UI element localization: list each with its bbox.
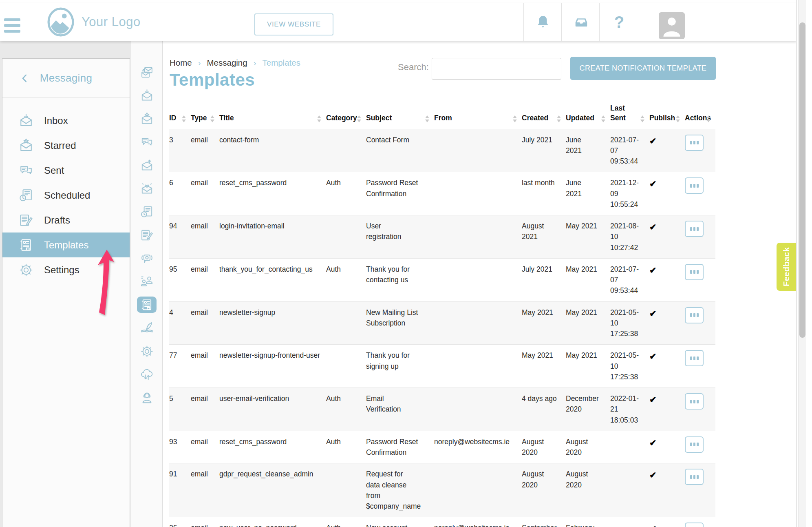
strip-gear-icon[interactable] xyxy=(137,343,157,359)
view-website-button[interactable]: VIEW WEBSITE xyxy=(254,13,333,35)
column-header-created[interactable]: Created xyxy=(522,100,566,129)
strip-chat-bubbles-icon[interactable] xyxy=(137,134,157,150)
cell-publish: ✔ xyxy=(649,258,685,301)
cell-last_sent: 2022-01-21 18:05:03 xyxy=(610,388,649,431)
column-header-publish[interactable]: Publish xyxy=(649,100,685,129)
row-actions-button[interactable] xyxy=(685,221,704,237)
column-header-last-sent[interactable]: Last Sent xyxy=(610,100,649,129)
column-label: Updated xyxy=(566,114,594,122)
cell-created: 4 days ago xyxy=(522,388,566,431)
cell-category: Auth xyxy=(326,258,366,301)
inbox-tray-button[interactable] xyxy=(570,3,593,41)
ellipsis-icon xyxy=(693,313,695,317)
column-header-subject[interactable]: Subject xyxy=(366,100,434,129)
cell-updated: December 2020 xyxy=(566,388,610,431)
chat-bubbles-icon xyxy=(140,135,154,149)
cell-title: gdpr_request_cleanse_admin xyxy=(219,463,326,517)
page-background-strip xyxy=(0,0,812,3)
back-button[interactable] xyxy=(20,59,30,97)
help-button[interactable]: ? xyxy=(608,3,631,41)
scrollbar-thumb[interactable] xyxy=(799,22,805,338)
strip-cloud-sync-icon[interactable] xyxy=(137,366,157,383)
row-actions-button[interactable] xyxy=(685,393,704,410)
column-header-title[interactable]: Title xyxy=(219,100,326,129)
strip-newspaper-icon[interactable] xyxy=(137,297,157,313)
column-header-type[interactable]: Type xyxy=(191,100,219,129)
strip-support-person-icon[interactable] xyxy=(137,390,157,406)
cell-publish: ✔ xyxy=(649,345,685,388)
sidebar-item-label: Scheduled xyxy=(44,190,90,201)
cell-subject: Thank you for contacting us xyxy=(366,258,434,301)
support-person-icon xyxy=(140,391,154,405)
sort-arrows-icon xyxy=(640,115,644,122)
user-avatar[interactable] xyxy=(659,12,685,39)
cell-title: contact-form xyxy=(219,129,326,172)
row-actions-button[interactable] xyxy=(685,135,704,151)
row-actions-button[interactable] xyxy=(685,350,704,366)
strip-mail-heart-icon[interactable] xyxy=(137,180,157,197)
strip-people-icon[interactable] xyxy=(137,273,157,290)
cell-from xyxy=(434,215,522,259)
strip-mail-star-icon[interactable] xyxy=(137,111,157,127)
column-header-category[interactable]: Category xyxy=(326,100,366,129)
row-actions-button[interactable] xyxy=(685,469,704,485)
cell-category xyxy=(326,345,366,388)
create-notification-template-button[interactable]: CREATE NOTIFICATION TEMPLATE xyxy=(570,57,716,80)
column-label: Title xyxy=(219,114,234,122)
header-divider xyxy=(523,3,524,41)
sidebar-item-drafts[interactable]: Drafts xyxy=(2,208,130,232)
sidebar-item-inbox[interactable]: Inbox xyxy=(2,108,130,133)
row-actions-button[interactable] xyxy=(685,436,704,453)
table-row-77: 77emailnewsletter-signup-frontend-userTh… xyxy=(169,345,715,388)
hamburger-menu-icon[interactable] xyxy=(4,18,22,35)
cell-subject: Thank you for signing up xyxy=(366,345,434,388)
sidebar-item-sent[interactable]: Sent xyxy=(2,158,130,183)
column-header-from[interactable]: From xyxy=(434,100,522,129)
column-header-actions[interactable]: Actions xyxy=(685,100,715,129)
sidebar-item-scheduled[interactable]: Scheduled xyxy=(2,183,130,208)
column-label: Last Sent xyxy=(610,104,628,123)
strip-quill-book-icon[interactable] xyxy=(137,320,157,336)
cloud-sync-icon xyxy=(140,368,154,381)
cell-created: July 2021 xyxy=(522,258,566,301)
cell-category: Auth xyxy=(326,517,366,527)
row-actions-button[interactable] xyxy=(685,177,704,194)
cell-category xyxy=(326,129,366,172)
cell-last_sent xyxy=(610,431,649,463)
ellipsis-icon xyxy=(690,270,692,274)
ellipsis-icon xyxy=(690,356,692,360)
feedback-tab[interactable]: Feedback xyxy=(777,243,796,291)
cell-type: email xyxy=(191,215,219,259)
ellipsis-icon xyxy=(697,356,699,360)
strip-document-clock-icon[interactable] xyxy=(137,204,157,220)
strip-camera-chat-icon[interactable] xyxy=(137,250,157,266)
mail-inbox-icon xyxy=(19,113,33,128)
cell-id: 3 xyxy=(169,129,191,172)
app-logo[interactable]: Your Logo xyxy=(46,7,141,38)
column-header-id[interactable]: ID xyxy=(169,100,191,129)
row-actions-button[interactable] xyxy=(685,307,704,323)
breadcrumb-item-templates[interactable]: Templates xyxy=(262,58,300,68)
sidebar-item-starred[interactable]: Starred xyxy=(2,133,130,158)
row-actions-button[interactable] xyxy=(685,523,704,527)
cell-publish: ✔ xyxy=(649,172,685,215)
ellipsis-icon xyxy=(693,356,695,360)
notifications-button[interactable] xyxy=(532,3,554,41)
column-header-updated[interactable]: Updated xyxy=(566,100,610,129)
strip-mail-inbox-icon[interactable] xyxy=(137,87,157,104)
cell-updated: February 2018 xyxy=(566,517,610,527)
sort-arrows-icon xyxy=(425,115,429,122)
cell-updated: May 2021 xyxy=(566,258,610,301)
breadcrumb-item-messaging[interactable]: Messaging xyxy=(207,58,247,68)
strip-mail-send-icon[interactable] xyxy=(137,157,157,173)
cell-updated: June 2021 xyxy=(566,129,610,172)
row-actions-button[interactable] xyxy=(685,264,704,280)
column-label: From xyxy=(434,114,452,122)
strip-document-pen-icon[interactable] xyxy=(137,227,157,243)
search-input[interactable] xyxy=(432,58,561,80)
sort-arrows-icon xyxy=(706,115,710,122)
avatar-person-icon xyxy=(659,12,685,39)
cell-category xyxy=(326,301,366,345)
strip-mail-multi-icon[interactable] xyxy=(137,64,157,80)
breadcrumb-item-home[interactable]: Home xyxy=(170,58,192,68)
